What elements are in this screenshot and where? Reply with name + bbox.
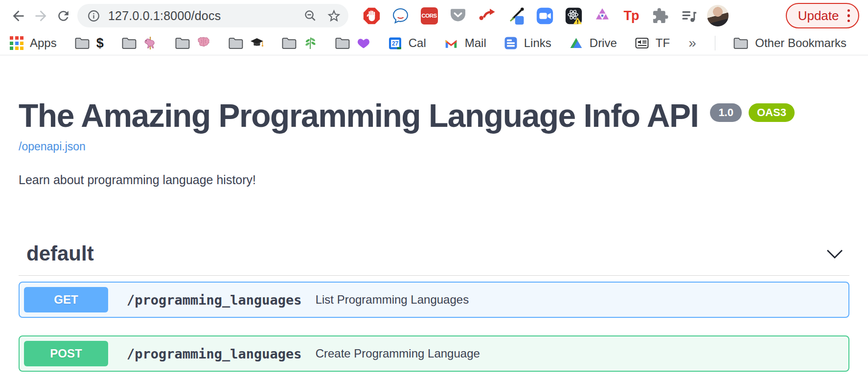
google-drive-icon (569, 37, 583, 50)
bookmark-label: TF (656, 36, 670, 50)
teleparty-icon: Tp (624, 8, 639, 24)
zoom-out-icon[interactable] (303, 9, 318, 23)
redirect-arrow-icon (478, 7, 496, 25)
bookmark-folder-dollar[interactable]: $ (74, 36, 104, 51)
cors-extension[interactable]: CORS (420, 6, 438, 25)
swagger-docs-page: The Amazing Programming Language Info AP… (0, 55, 868, 372)
endpoint-path: /programming_languages (127, 346, 302, 361)
google-calendar-icon: 27 (388, 36, 402, 50)
section-title: default (26, 242, 94, 265)
gmail-icon (444, 37, 458, 49)
brain-emoji-icon (197, 36, 210, 50)
other-bookmarks[interactable]: Other Bookmarks (733, 36, 846, 50)
pocket-extension[interactable] (449, 6, 467, 25)
video-camera-icon (536, 7, 554, 25)
bookmark-folder-brain[interactable] (175, 36, 210, 50)
stop-hand-extension[interactable] (362, 6, 381, 25)
page-info-icon[interactable] (87, 9, 100, 23)
bookmark-folder-herb[interactable] (281, 36, 317, 50)
react-devtools-extension[interactable] (564, 6, 583, 25)
bookmarks-divider (715, 36, 716, 50)
oas3-badge: OAS3 (749, 103, 795, 122)
react-devtools-icon (565, 7, 583, 25)
reload-button[interactable] (52, 4, 74, 27)
endpoint-summary: List Programming Languages (316, 293, 469, 307)
news-doc-icon (635, 36, 649, 50)
pocket-icon (449, 7, 467, 24)
svg-text:27: 27 (392, 40, 399, 47)
url-text[interactable]: 127.0.0.1:8000/docs (108, 9, 303, 23)
eyedropper-icon (506, 6, 525, 25)
method-badge: POST (24, 341, 108, 366)
playlist-icon (680, 7, 698, 24)
purple-heart-emoji-icon (357, 36, 370, 50)
bookmark-google-calendar[interactable]: 27 Cal (388, 36, 426, 50)
puzzle-icon (652, 7, 669, 24)
profile-avatar (707, 5, 729, 26)
folder-icon (335, 37, 350, 50)
bookmark-star-icon[interactable] (326, 8, 342, 24)
endpoint-path: /programming_languages (127, 292, 302, 308)
recycle-purple-extension[interactable] (593, 6, 612, 25)
herb-emoji-icon (303, 36, 317, 50)
bookmark-label: Drive (590, 36, 617, 50)
bookmark-apps[interactable]: Apps (10, 36, 57, 50)
forward-button[interactable] (29, 4, 52, 27)
graduation-cap-emoji-icon (250, 36, 264, 50)
title-badges: 1.0 OAS3 (710, 103, 795, 122)
back-icon (10, 8, 26, 24)
bookmark-gmail[interactable]: Mail (444, 36, 486, 50)
bookmark-label: Cal (409, 36, 426, 50)
reload-icon (56, 8, 71, 24)
bookmark-google-drive[interactable]: Drive (569, 36, 617, 50)
folder-icon (228, 37, 244, 50)
zoom-video-extension[interactable] (535, 6, 554, 25)
redirect-arrow-extension[interactable] (478, 6, 496, 25)
chat-bubble-extension[interactable] (391, 6, 410, 25)
profile-button[interactable] (708, 6, 727, 25)
bookmark-label: Apps (30, 36, 57, 50)
chat-bubble-icon (391, 7, 410, 25)
bookmark-links[interactable]: Links (504, 36, 551, 50)
api-description: Learn about programming language history… (19, 173, 849, 187)
endpoint-row-post-programming-languages[interactable]: POST /programming_languages Create Progr… (19, 335, 849, 372)
version-badge: 1.0 (710, 103, 742, 122)
title-row: The Amazing Programming Language Info AP… (19, 99, 849, 132)
bookmark-folder-graduation-cap[interactable] (228, 36, 264, 50)
forward-icon (33, 8, 49, 24)
carousel-horse-emoji-icon (143, 36, 157, 50)
chevron-down-icon[interactable] (826, 249, 844, 259)
folder-icon (733, 37, 749, 50)
folder-icon (175, 37, 190, 50)
endpoint-summary: Create Programming Language (316, 347, 480, 360)
endpoint-row-get-programming-languages[interactable]: GET /programming_languages List Programm… (19, 282, 849, 318)
more-kebab-icon[interactable] (846, 7, 851, 24)
folder-icon (74, 37, 90, 50)
other-bookmarks-label: Other Bookmarks (755, 36, 846, 50)
bookmark-folder-carousel-horse[interactable] (121, 36, 157, 50)
bookmark-label: Mail (465, 36, 486, 50)
method-badge: GET (24, 287, 108, 312)
page-title: The Amazing Programming Language Info AP… (19, 99, 698, 132)
url-bar[interactable]: 127.0.0.1:8000/docs (77, 4, 348, 27)
back-button[interactable] (7, 4, 29, 27)
extensions-row: CORS (362, 6, 776, 25)
cors-icon: CORS (421, 7, 438, 24)
extensions-menu-button[interactable] (651, 6, 669, 25)
bookmark-folder-purple-heart[interactable] (335, 36, 370, 50)
bookmark-tf[interactable]: TF (635, 36, 670, 50)
openapi-json-link[interactable]: /openapi.json (19, 140, 86, 153)
browser-toolbar: 127.0.0.1:8000/docs (0, 0, 868, 31)
recycle-icon (594, 7, 611, 24)
blue-doc-icon (504, 36, 518, 50)
section-header-default[interactable]: default (19, 242, 849, 276)
folder-icon (121, 37, 137, 50)
teleparty-extension[interactable]: Tp (622, 6, 640, 25)
bookmarks-overflow-chevron[interactable]: » (687, 35, 697, 51)
stop-hand-icon (363, 7, 381, 25)
bookmarks-bar: Apps $ (0, 31, 868, 55)
music-playlist-button[interactable] (680, 6, 698, 25)
update-label: Update (798, 8, 839, 24)
color-eyedropper-extension[interactable] (506, 6, 525, 25)
update-button[interactable]: Update (786, 3, 859, 28)
